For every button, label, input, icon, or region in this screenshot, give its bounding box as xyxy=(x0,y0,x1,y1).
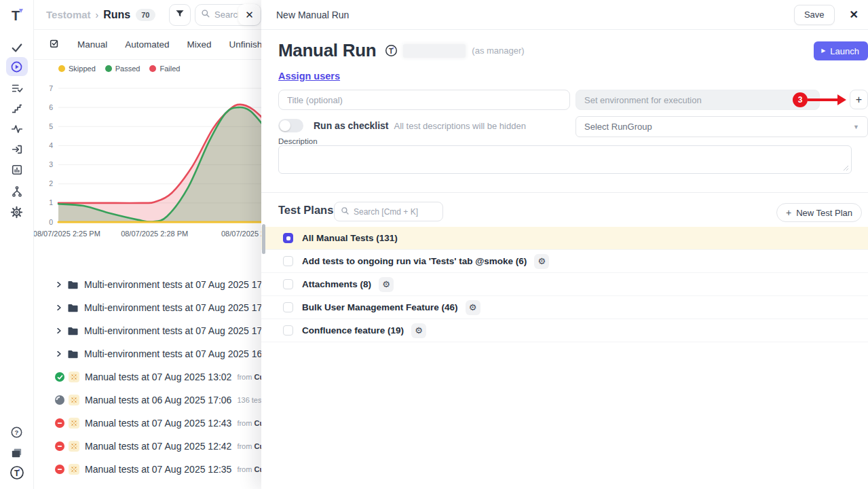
drawer-header: New Manual Run Save ✕ xyxy=(261,0,868,30)
select-all-icon[interactable] xyxy=(49,38,60,52)
folder-icon xyxy=(67,326,79,336)
run-title-input[interactable] xyxy=(278,90,570,110)
test-plan-row[interactable]: Confluence feature (19) ⚙ xyxy=(261,319,868,342)
run-label: Manual tests at 07 Aug 2025 12:35 xyxy=(85,464,231,475)
assign-users-link[interactable]: Assign users xyxy=(278,71,340,82)
breadcrumb-app[interactable]: Testomat xyxy=(46,9,91,20)
checkbox-unchecked[interactable] xyxy=(283,325,293,336)
tests-nav-check-icon[interactable] xyxy=(6,38,28,57)
projects-folder-icon[interactable] xyxy=(6,443,28,462)
run-folder-row[interactable]: Multi-environment tests at 07 Aug 2025 1… xyxy=(34,273,261,296)
reports-nav-icon[interactable] xyxy=(6,160,28,179)
checkbox-unchecked[interactable] xyxy=(283,279,293,289)
chart-plot: 01234567 xyxy=(34,61,261,243)
plan-settings-gear-icon[interactable]: ⚙ xyxy=(534,254,549,269)
search-clear-button[interactable]: ✕ xyxy=(238,4,261,25)
test-plans-nav-icon[interactable] xyxy=(6,79,28,98)
test-plan-row-all-manual[interactable]: All Manual Tests (131) xyxy=(261,227,868,250)
run-meta: 136 tests xyxy=(237,396,261,404)
test-plan-label: Bulk User Management Feature (46) xyxy=(302,302,458,312)
runs-nav-play-icon[interactable] xyxy=(6,57,28,76)
svg-text:2: 2 xyxy=(49,179,53,187)
test-plans-search-input[interactable] xyxy=(354,207,434,217)
x-axis-tick: 08/07/2025 2:30 PM xyxy=(221,230,261,238)
panel-scrollbar[interactable] xyxy=(262,224,265,254)
launch-button[interactable]: ▶ Launch xyxy=(814,41,868,60)
run-folder-row[interactable]: Multi-environment tests at 07 Aug 2025 1… xyxy=(34,342,261,365)
checkbox-unchecked[interactable] xyxy=(283,302,293,312)
drawer-title: New Manual Run xyxy=(276,10,349,20)
tab-unfinished[interactable]: Unfinished xyxy=(229,39,261,50)
run-row[interactable]: Manual tests at 07 Aug 2025 12:43 from C… xyxy=(34,412,261,435)
chevron-right-icon[interactable] xyxy=(55,327,63,335)
manual-run-spark-icon xyxy=(69,441,79,452)
run-folder-row[interactable]: Multi-environment tests at 07 Aug 2025 1… xyxy=(34,296,261,319)
status-in-progress-icon xyxy=(55,395,64,405)
breadcrumb-section[interactable]: Runs xyxy=(103,9,130,21)
runs-count-badge: 70 xyxy=(136,9,155,21)
rungroup-select[interactable]: Select RunGroup ▼ xyxy=(575,116,868,137)
page-title: Manual Run xyxy=(278,40,376,61)
run-folder-row[interactable]: Multi-environment tests at 07 Aug 2025 1… xyxy=(34,319,261,342)
close-icon[interactable]: ✕ xyxy=(850,8,858,21)
app-logo-icon[interactable]: T xyxy=(6,5,28,24)
manual-run-spark-icon xyxy=(69,464,79,475)
run-meta: from Custom xyxy=(237,373,261,381)
breadcrumb-separator: › xyxy=(96,10,99,20)
plan-settings-gear-icon[interactable]: ⚙ xyxy=(379,277,394,292)
test-plans-search[interactable] xyxy=(334,202,443,221)
status-failed-icon xyxy=(55,465,64,474)
run-folder-label: Multi-environment tests at 07 Aug 2025 1… xyxy=(84,348,261,359)
branches-nav-icon[interactable] xyxy=(6,182,28,201)
run-folder-label: Multi-environment tests at 07 Aug 2025 1… xyxy=(84,302,261,313)
search-icon xyxy=(201,9,210,21)
tab-mixed[interactable]: Mixed xyxy=(187,39,212,50)
test-plan-label: All Manual Tests (131) xyxy=(302,233,398,243)
plan-settings-gear-icon[interactable]: ⚙ xyxy=(466,300,480,315)
environment-input[interactable] xyxy=(575,90,820,110)
checklist-label: Run as checklist xyxy=(314,120,389,131)
description-textarea[interactable] xyxy=(278,145,852,174)
svg-text:T: T xyxy=(389,48,394,55)
annotation-arrow xyxy=(808,98,837,101)
tab-automated[interactable]: Automated xyxy=(125,39,169,50)
resize-handle-icon[interactable] xyxy=(843,165,849,171)
x-axis-tick: 08/07/2025 2:25 PM xyxy=(34,230,100,238)
plan-settings-gear-icon[interactable]: ⚙ xyxy=(411,323,426,338)
run-row[interactable]: Manual tests at 07 Aug 2025 13:02 from C… xyxy=(34,365,261,388)
add-environment-button[interactable]: + xyxy=(850,90,868,109)
account-avatar-icon[interactable]: T xyxy=(6,463,28,482)
run-folder-label: Multi-environment tests at 07 Aug 2025 1… xyxy=(84,279,261,290)
help-icon[interactable]: ? xyxy=(6,422,28,441)
folder-icon xyxy=(67,303,79,313)
milestones-nav-icon[interactable] xyxy=(6,99,28,118)
chevron-right-icon[interactable] xyxy=(55,304,63,312)
new-test-plan-button[interactable]: + New Test Plan xyxy=(776,203,862,222)
import-nav-icon[interactable] xyxy=(6,140,28,159)
save-button[interactable]: Save xyxy=(794,5,835,25)
checkbox-checked[interactable] xyxy=(283,233,293,243)
analytics-pulse-nav-icon[interactable] xyxy=(6,120,28,139)
test-plan-row[interactable]: Bulk User Management Feature (46) ⚙ xyxy=(261,296,868,319)
settings-gear-icon[interactable] xyxy=(6,202,28,221)
run-row[interactable]: Manual tests at 06 Aug 2025 17:06 136 te… xyxy=(34,388,261,412)
test-plan-list: All Manual Tests (131) Add tests to ongo… xyxy=(261,227,868,342)
search-icon xyxy=(341,206,350,218)
run-as-checklist-toggle[interactable] xyxy=(278,119,303,132)
test-plan-row[interactable]: Attachments (8) ⚙ xyxy=(261,273,868,296)
status-passed-icon xyxy=(55,372,64,382)
run-row[interactable]: Manual tests at 07 Aug 2025 12:42 from C… xyxy=(34,435,261,458)
run-row[interactable]: Manual tests at 07 Aug 2025 12:35 from C… xyxy=(34,458,261,481)
tab-manual[interactable]: Manual xyxy=(77,39,107,50)
runs-tab-bar: Manual Automated Mixed Unfinished xyxy=(34,30,261,60)
checkbox-unchecked[interactable] xyxy=(283,256,293,266)
manager-avatar: T xyxy=(385,44,398,57)
test-plan-label: Confluence feature (19) xyxy=(302,325,404,336)
chevron-right-icon[interactable] xyxy=(55,350,63,358)
svg-text:T: T xyxy=(14,469,20,478)
plus-icon: + xyxy=(786,207,791,218)
test-plan-row[interactable]: Add tests to ongoing run via 'Tests' tab… xyxy=(261,250,868,273)
chevron-right-icon[interactable] xyxy=(55,280,63,289)
runs-panel: Testomat › Runs 70 ✕ Manual Automated Mi… xyxy=(34,0,261,489)
filter-button[interactable] xyxy=(169,4,191,26)
